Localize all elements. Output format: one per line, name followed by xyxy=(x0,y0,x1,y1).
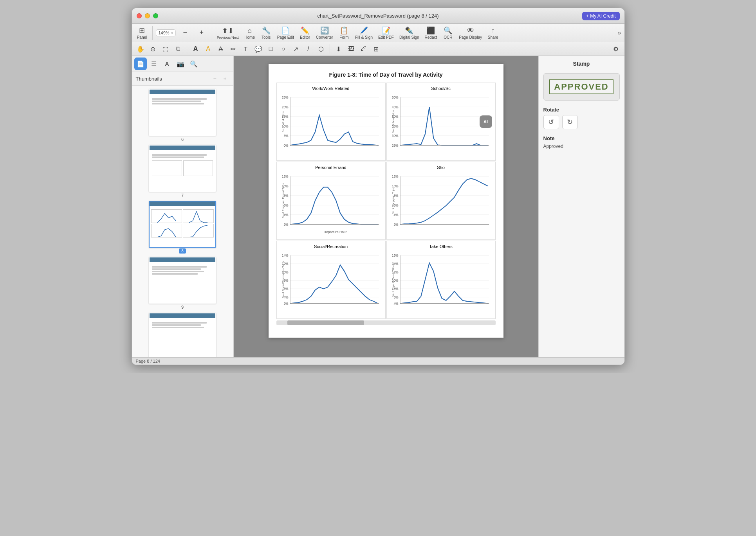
converter-icon: 🔄 xyxy=(320,26,329,35)
tools-button[interactable]: 🔧 Tools xyxy=(259,25,273,40)
svg-text:Departure Hour: Departure Hour xyxy=(323,230,346,234)
thumbnail-page-6[interactable]: 6 xyxy=(149,89,216,142)
thumbnails-list: 6 7 xyxy=(132,86,233,357)
svg-text:4%: 4% xyxy=(393,302,399,306)
maximize-button[interactable] xyxy=(153,13,158,18)
tab-bookmarks[interactable]: ☰ xyxy=(148,58,160,70)
panel-title: Stamp xyxy=(543,61,620,67)
chart-title-shopping: Sho xyxy=(390,165,492,170)
tab-photos[interactable]: 📷 xyxy=(174,58,187,70)
home-button[interactable]: ⌂ Home xyxy=(243,26,257,40)
minimize-button[interactable] xyxy=(145,13,150,18)
oval-tool[interactable]: ○ xyxy=(278,43,289,54)
sign-tool[interactable]: 🖊 xyxy=(358,43,369,54)
figure-title: Figure 1-8: Time of Day of Travel by Act… xyxy=(276,72,496,78)
settings-tool[interactable]: ⚙ xyxy=(610,43,621,54)
tab-thumbnails[interactable]: 📄 xyxy=(134,58,147,70)
pencil-tool[interactable]: ✏ xyxy=(228,43,239,54)
panel-icon: ⊞ xyxy=(139,26,145,35)
svg-text:% of Trips to Serve Others: % of Trips to Serve Others xyxy=(392,263,395,297)
thumbnail-page-7[interactable]: 7 xyxy=(149,145,216,198)
chart-svg-work: 25% 20% 15% 10% 5% 0% xyxy=(280,92,382,155)
more-button[interactable]: » xyxy=(618,29,621,36)
zoom-in-button[interactable]: + xyxy=(195,28,209,38)
lasso-tool[interactable]: ⧉ xyxy=(173,43,184,54)
page-edit-button[interactable]: 📄 Page Edit xyxy=(276,25,296,40)
form-button[interactable]: 📋 Form xyxy=(337,25,351,40)
thumb-label-7: 7 xyxy=(181,193,184,198)
charts-grid: Work/Work Related 25% 20% 15% 10% 5% 0% xyxy=(276,83,496,319)
panel-button[interactable]: ⊞ Panel xyxy=(135,25,149,40)
close-button[interactable] xyxy=(137,13,142,18)
stamp-tool[interactable]: ⬇ xyxy=(333,43,344,54)
zoom-control[interactable]: 149% ▾ xyxy=(156,29,176,36)
redact-button[interactable]: ⬛ Redact xyxy=(423,25,439,40)
table-tool[interactable]: ⊞ xyxy=(371,43,382,54)
strikethrough-tool[interactable]: A̶ xyxy=(215,43,226,54)
chart-title-take-others: Take Others xyxy=(390,244,492,249)
arrow-tool[interactable]: ↗ xyxy=(290,43,301,54)
zoom-in-icon: + xyxy=(199,29,204,37)
svg-text:0%: 0% xyxy=(283,144,289,147)
svg-text:25%: 25% xyxy=(281,95,288,99)
thumbnail-image-9 xyxy=(149,257,216,304)
edit-pdf-icon: 📝 xyxy=(382,26,390,35)
main-layout: 📄 ☰ A 📷 🔍 Thumbnails − + xyxy=(132,56,624,357)
chart-title-personal: Personal Errand xyxy=(280,165,382,170)
thumbnail-page-9[interactable]: 9 xyxy=(149,257,216,309)
redact-icon: ⬛ xyxy=(426,26,435,35)
collapse-btn[interactable]: − xyxy=(211,74,219,83)
sidebar-title: Thumbnails xyxy=(136,76,162,82)
expand-btn[interactable]: + xyxy=(221,74,229,83)
ai-credit-button[interactable]: + My AI Credit xyxy=(582,12,620,20)
prev-next-icon: ⬆⬇ xyxy=(222,27,234,35)
select-tool[interactable]: ⊙ xyxy=(148,43,159,54)
thumbnail-image-7 xyxy=(149,145,216,192)
text-box-tool[interactable]: T xyxy=(240,43,251,54)
fill-sign-button[interactable]: 🖊️ Fill & Sign xyxy=(354,25,374,40)
thumbnail-image-6 xyxy=(149,89,216,136)
thumbnail-page-8[interactable]: 8 xyxy=(149,201,216,254)
digital-sign-button[interactable]: ✒️ Digital Sign xyxy=(398,25,421,40)
marquee-tool[interactable]: ⬚ xyxy=(160,43,171,54)
polygon-tool[interactable]: ⬡ xyxy=(316,43,327,54)
svg-text:% of School Trips: % of School Trips xyxy=(392,110,395,133)
tab-search[interactable]: 🔍 xyxy=(188,58,200,70)
svg-text:50%: 50% xyxy=(392,95,398,99)
chart-svg-shopping: 12% 10% 8% 6% 4% 2% xyxy=(390,171,492,234)
zoom-out-button[interactable]: − xyxy=(178,28,192,38)
thumbnail-page-10[interactable]: 10 xyxy=(149,313,216,357)
callout-tool[interactable]: 💬 xyxy=(253,43,264,54)
page-display-button[interactable]: 👁 Page Display xyxy=(457,26,484,40)
line-tool[interactable]: / xyxy=(303,43,314,54)
tool-separator xyxy=(330,44,330,54)
tab-text[interactable]: A xyxy=(161,58,173,70)
editor-button[interactable]: ✏️ Editor xyxy=(298,25,312,40)
converter-button[interactable]: 🔄 Converter xyxy=(314,25,335,40)
right-panel: Stamp APPROVED Rotate ↺ ↻ Note Approved xyxy=(538,56,624,357)
rotate-right-button[interactable]: ↻ xyxy=(562,115,578,129)
text-tool[interactable]: A xyxy=(190,43,201,54)
chart-school: School/Sc AI 50% 45% 40% 35% 30% 25% xyxy=(386,83,496,161)
rotate-buttons: ↺ ↻ xyxy=(543,115,620,129)
stamp-preview-text: APPROVED xyxy=(549,79,613,94)
sidebar-header: Thumbnails − + xyxy=(132,72,233,86)
tools-icon: 🔧 xyxy=(262,26,271,35)
note-label: Note xyxy=(543,135,620,141)
ocr-button[interactable]: 🔍 OCR xyxy=(441,25,455,40)
image-tool[interactable]: 🖼 xyxy=(346,43,357,54)
prev-next-button[interactable]: ⬆⬇ Previous/Next xyxy=(215,26,240,40)
hand-tool[interactable]: ✋ xyxy=(135,43,146,54)
svg-text:5%: 5% xyxy=(283,134,289,138)
svg-text:30%: 30% xyxy=(392,134,398,138)
window-controls xyxy=(137,13,158,18)
highlight-tool[interactable]: A xyxy=(203,43,214,54)
edit-pdf-button[interactable]: 📝 Edit PDF xyxy=(377,25,395,40)
chart-work: Work/Work Related 25% 20% 15% 10% 5% 0% xyxy=(276,83,386,161)
rectangle-tool[interactable]: □ xyxy=(265,43,276,54)
share-button[interactable]: ↑ Share xyxy=(486,26,500,40)
chart-shopping: Sho 12% 10% 8% 6% 4% 2% xyxy=(386,162,496,240)
chart-personal: Personal Errand APPROVED xyxy=(276,162,386,240)
page-area: Figure 1-8: Time of Day of Travel by Act… xyxy=(234,56,538,357)
rotate-left-button[interactable]: ↺ xyxy=(543,115,559,129)
